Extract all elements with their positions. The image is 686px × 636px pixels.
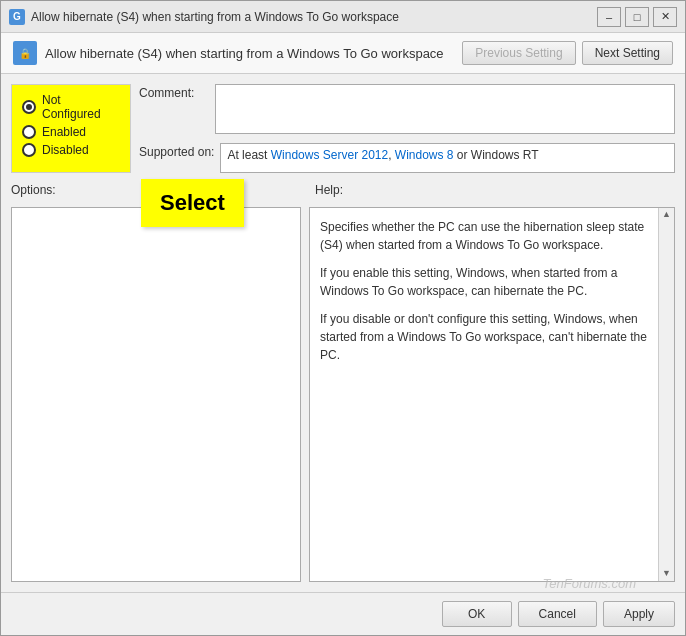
radio-enabled[interactable]: Enabled	[22, 125, 120, 139]
main-content: Not Configured Enabled Disabled Select	[1, 74, 685, 592]
minimize-button[interactable]: –	[597, 7, 621, 27]
radio-label-not-configured: Not Configured	[42, 93, 120, 121]
header-bar: 🔒 Allow hibernate (S4) when starting fro…	[1, 33, 685, 74]
window-title: Allow hibernate (S4) when starting from …	[31, 10, 399, 24]
watermark: TenForums.com	[543, 576, 636, 591]
bottom-panels: Specifies whether the PC can use the hib…	[11, 207, 675, 582]
comment-box	[215, 84, 675, 137]
select-callout: Select	[141, 179, 244, 227]
title-bar-left: G Allow hibernate (S4) when starting fro…	[9, 9, 399, 25]
help-scrollbar[interactable]: ▲ ▼	[658, 208, 674, 581]
previous-setting-button[interactable]: Previous Setting	[462, 41, 575, 65]
supported-label: Supported on:	[139, 143, 214, 159]
help-panel: Specifies whether the PC can use the hib…	[309, 207, 675, 582]
cancel-button[interactable]: Cancel	[518, 601, 597, 627]
title-controls: – □ ✕	[597, 7, 677, 27]
supported-link-win8[interactable]: Windows 8	[395, 148, 454, 162]
ok-button[interactable]: OK	[442, 601, 512, 627]
top-section: Not Configured Enabled Disabled Select	[11, 84, 675, 173]
help-paragraph-2: If you enable this setting, Windows, whe…	[320, 264, 664, 300]
close-button[interactable]: ✕	[653, 7, 677, 27]
radio-label-enabled: Enabled	[42, 125, 86, 139]
main-window: G Allow hibernate (S4) when starting fro…	[0, 0, 686, 636]
supported-text: At least Windows Server 2012, Windows 8 …	[227, 148, 538, 162]
help-paragraph-3: If you disable or don't configure this s…	[320, 310, 664, 364]
maximize-button[interactable]: □	[625, 7, 649, 27]
help-label: Help:	[315, 183, 343, 197]
supported-link-server[interactable]: Windows Server 2012	[271, 148, 388, 162]
help-paragraph-1: Specifies whether the PC can use the hib…	[320, 218, 664, 254]
right-panel: Comment: Supported on: At least Windows …	[139, 84, 675, 173]
next-setting-button[interactable]: Next Setting	[582, 41, 673, 65]
window-icon: G	[9, 9, 25, 25]
title-bar: G Allow hibernate (S4) when starting fro…	[1, 1, 685, 33]
radio-label-disabled: Disabled	[42, 143, 89, 157]
comment-textarea[interactable]	[215, 84, 675, 134]
supported-value: At least Windows Server 2012, Windows 8 …	[220, 143, 675, 173]
supported-row: Supported on: At least Windows Server 20…	[139, 143, 675, 173]
header-icon: 🔒	[13, 41, 37, 65]
radio-disabled[interactable]: Disabled	[22, 143, 120, 157]
scroll-up-arrow[interactable]: ▲	[660, 208, 674, 222]
options-label: Options:	[11, 183, 56, 197]
radio-panel: Not Configured Enabled Disabled	[11, 84, 131, 173]
comment-row: Comment:	[139, 84, 675, 137]
radio-circle-enabled	[22, 125, 36, 139]
options-panel	[11, 207, 301, 582]
footer: OK Cancel Apply	[1, 592, 685, 635]
apply-button[interactable]: Apply	[603, 601, 675, 627]
header-title-text: Allow hibernate (S4) when starting from …	[45, 46, 444, 61]
middle-section: Options: Help:	[11, 179, 675, 201]
top-section-wrapper: Not Configured Enabled Disabled Select	[11, 84, 675, 173]
comment-label: Comment:	[139, 84, 209, 100]
header-buttons: Previous Setting Next Setting	[462, 41, 673, 65]
callout-text: Select	[160, 190, 225, 215]
scroll-down-arrow[interactable]: ▼	[660, 567, 674, 581]
header-title-area: 🔒 Allow hibernate (S4) when starting fro…	[13, 41, 444, 65]
radio-not-configured[interactable]: Not Configured	[22, 93, 120, 121]
radio-circle-not-configured	[22, 100, 36, 114]
radio-circle-disabled	[22, 143, 36, 157]
